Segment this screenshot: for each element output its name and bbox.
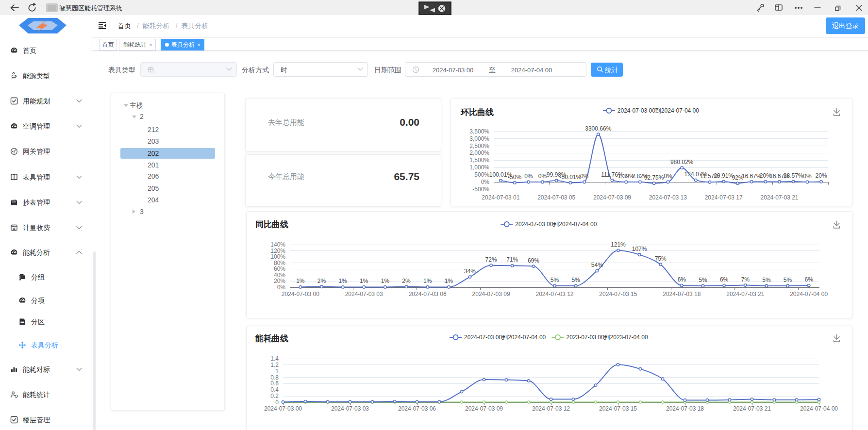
svg-text:34%: 34% [464, 268, 476, 275]
svg-text:2%: 2% [402, 278, 411, 284]
svg-text:2,500%: 2,500% [469, 143, 489, 149]
svg-text:6%: 6% [678, 276, 686, 283]
svg-text:2024-07-03 15: 2024-07-03 15 [599, 405, 637, 412]
svg-text:1.4: 1.4 [270, 355, 279, 362]
svg-text:2024-07-03 18: 2024-07-03 18 [666, 405, 704, 412]
svg-text:5%: 5% [551, 277, 559, 283]
svg-text:92.75%: 92.75% [644, 174, 664, 181]
svg-text:2%: 2% [317, 278, 326, 284]
svg-text:0%: 0% [803, 173, 812, 180]
svg-text:0%: 0% [524, 173, 533, 180]
svg-text:2024-07-03 17: 2024-07-03 17 [705, 194, 743, 201]
svg-text:2024-07-03 12: 2024-07-03 12 [532, 405, 570, 412]
svg-text:2024-07-03 03: 2024-07-03 03 [345, 291, 383, 298]
svg-text:2024-07-03 09: 2024-07-03 09 [593, 194, 631, 201]
svg-text:-50%: -50% [508, 174, 521, 181]
svg-text:0%: 0% [277, 284, 286, 291]
svg-text:1,500%: 1,500% [469, 157, 489, 164]
svg-text:3,000%: 3,000% [469, 135, 489, 142]
svg-text:1%: 1% [360, 278, 368, 284]
svg-text:6%: 6% [805, 276, 814, 283]
svg-text:2024-07-03 03: 2024-07-03 03 [331, 405, 369, 412]
svg-text:0%: 0% [538, 173, 547, 180]
svg-text:29.91%: 29.91% [714, 172, 734, 179]
svg-text:2024-07-03 21: 2024-07-03 21 [733, 405, 771, 412]
svg-text:5%: 5% [784, 277, 792, 283]
svg-text:2024-07-03 18: 2024-07-03 18 [663, 291, 701, 298]
svg-text:2024-07-03 06: 2024-07-03 06 [409, 291, 447, 298]
svg-text:1%: 1% [338, 278, 347, 284]
svg-text:5%: 5% [571, 277, 580, 283]
svg-text:20%: 20% [816, 172, 827, 179]
svg-text:2024-07-03 21: 2024-07-03 21 [726, 291, 764, 298]
svg-text:2024-07-03 06: 2024-07-03 06 [398, 405, 436, 412]
svg-text:1%: 1% [296, 278, 305, 284]
svg-text:71%: 71% [506, 256, 518, 263]
svg-text:500%: 500% [474, 171, 489, 178]
svg-text:69%: 69% [528, 257, 539, 264]
svg-text:2,000%: 2,000% [469, 149, 489, 156]
svg-text:1%: 1% [423, 278, 432, 284]
svg-text:5%: 5% [762, 277, 771, 283]
svg-text:0%: 0% [481, 179, 490, 185]
svg-text:2024-07-04 00: 2024-07-04 00 [790, 291, 828, 298]
svg-text:智慧园区能耗管理系统: 智慧园区能耗管理系统 [59, 4, 122, 12]
svg-text:2024-07-03 13: 2024-07-03 13 [649, 194, 687, 201]
svg-text:-500%: -500% [472, 186, 489, 193]
svg-text:28.57%: 28.57% [784, 172, 803, 179]
svg-text:0: 0 [275, 399, 279, 406]
svg-text:2024-07-03 15: 2024-07-03 15 [599, 291, 637, 298]
svg-text:2024-07-03 01: 2024-07-03 01 [482, 194, 519, 201]
svg-text:6%: 6% [720, 276, 729, 283]
svg-text:2024-07-03 00: 2024-07-03 00 [264, 405, 302, 412]
svg-text:5%: 5% [699, 277, 707, 283]
svg-text:2024-07-03 05: 2024-07-03 05 [537, 194, 575, 201]
svg-text:107%: 107% [632, 246, 647, 252]
svg-text:2024-07-03 21: 2024-07-03 21 [760, 194, 798, 201]
svg-text:1,000%: 1,000% [469, 164, 489, 171]
svg-text:3,500%: 3,500% [469, 128, 489, 135]
svg-text:54%: 54% [591, 262, 603, 268]
svg-text:-50.01%: -50.01% [560, 174, 582, 181]
svg-text:7%: 7% [741, 276, 750, 283]
svg-text:0.6: 0.6 [270, 380, 279, 387]
svg-text:980.02%: 980.02% [670, 159, 694, 165]
svg-text:3300.66%: 3300.66% [585, 125, 611, 132]
svg-text:0.2: 0.2 [270, 393, 279, 399]
svg-text:2024-07-03 09: 2024-07-03 09 [465, 405, 503, 412]
svg-text:1%: 1% [381, 278, 390, 284]
svg-text:0%: 0% [580, 173, 589, 180]
svg-text:2024-07-03 09: 2024-07-03 09 [472, 291, 510, 298]
svg-text:1: 1 [275, 368, 279, 375]
svg-text:121%: 121% [611, 241, 626, 248]
svg-text:16.67%: 16.67% [742, 173, 762, 180]
svg-text:2024-07-04 00: 2024-07-04 00 [800, 405, 838, 412]
svg-text:75%: 75% [655, 255, 667, 262]
svg-text:1%: 1% [445, 278, 453, 284]
svg-text:0%: 0% [664, 173, 672, 180]
svg-text:72%: 72% [485, 256, 497, 263]
svg-text:2024-07-03 12: 2024-07-03 12 [535, 291, 573, 298]
svg-text:2024-07-03 00: 2024-07-03 00 [282, 291, 319, 298]
